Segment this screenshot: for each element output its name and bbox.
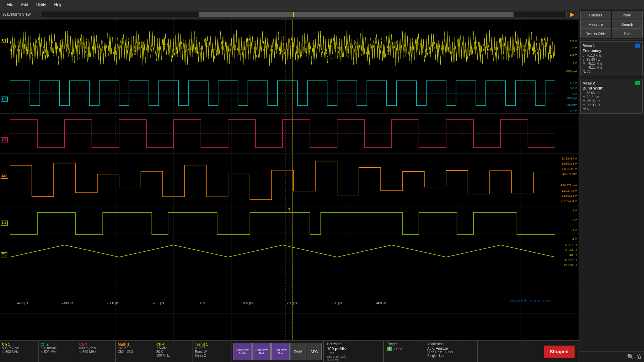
meas1-M: M: 78.25 kHz: [583, 62, 602, 65]
menu-file[interactable]: File: [3, 1, 17, 8]
menu-edit[interactable]: Edit: [17, 1, 32, 8]
c1-scale-1v: 1 V: [572, 61, 577, 65]
ch3-info-title: Ch 3: [79, 342, 113, 346]
ch4-info-title: Ch 4: [156, 342, 191, 346]
bottom-strip: Ch 1 500 mV/div ∿ 500 MHz Ch 2 600 mV/di…: [0, 340, 579, 362]
right-panel: Cursors Note Measure Search Results Tabl…: [579, 9, 644, 362]
main-layout: Waveform View ▶ C1 C2 C3 M1 C4 T1 2.5 V …: [0, 9, 644, 362]
cursors-button[interactable]: Cursors: [580, 11, 611, 19]
c1-scale-2v: 2 V: [572, 46, 577, 50]
add-new-bus-button[interactable]: Add New Bus: [271, 343, 290, 360]
add-new-ref-button[interactable]: Add New Ref: [252, 343, 271, 360]
meas1-sigma: σ: 19.43 Hz: [583, 58, 600, 61]
math1-info-title: Math 1: [118, 342, 152, 346]
ch4-bw: 500 MHz: [156, 354, 191, 357]
meas2-M: M: 65.33 μs: [583, 99, 600, 103]
watermark: www.tehencom.com: [510, 298, 552, 303]
trend1-info[interactable]: Trend 1 6.6667 ... Burst Wi... Meas 2: [193, 341, 231, 362]
trash-icon[interactable]: 🗑: [637, 354, 642, 360]
math1-label[interactable]: M1: [1, 174, 8, 179]
waveform-title: Waveform View: [3, 12, 31, 17]
c1-scale-1.5v: 1.5 V: [570, 53, 577, 56]
meas2-type: Burst Width: [583, 86, 640, 90]
math-scale-neg2.83: -2.839113 V: [560, 194, 577, 197]
add-new-math-button[interactable]: Add New Math: [233, 343, 252, 360]
trend1-label[interactable]: T1: [1, 252, 7, 257]
acquisition-section: Acquisition Auto, Analyze High Res: 16 b…: [424, 341, 478, 362]
trigger-label: Trigger: [387, 342, 420, 346]
meas2-title: Meas 2: [583, 81, 595, 85]
pts-per: 800 ps/pt: [327, 358, 380, 362]
math-scale-3.78: 3.785484 V: [561, 157, 577, 160]
math1-sub: Ch2 - Ch3: [118, 350, 152, 354]
trend-scale-40: 40 μs: [570, 253, 577, 257]
math-scale-1.89: 1.892742 V: [561, 167, 577, 171]
meas2-mu: μ: 38.66 μs: [583, 91, 599, 95]
stopped-container: Stopped: [540, 341, 579, 362]
math1-info[interactable]: Math 1 946.3711... Ch2 - Ch3: [116, 341, 154, 362]
waveform-canvas[interactable]: C1 C2 C3 M1 C4 T1 2.5 V 2 V 1.5 V 1 V -5…: [0, 19, 579, 340]
horizontal-section: Horizontal 100 μs/div 1 ms SR: 1.25 GS/s…: [323, 341, 384, 362]
time-label-100: 100 μs: [243, 301, 253, 305]
dots-icon[interactable]: ⋯: [619, 354, 625, 360]
time-per-div[interactable]: 100 μs/div: [327, 347, 380, 351]
math1-formula: 946.3711...: [118, 346, 152, 350]
time-label-200: 200 μs: [287, 301, 297, 305]
ch3-bw-icon: ∿: [79, 350, 82, 354]
scrollbar[interactable]: [41, 12, 567, 17]
c4-scale-4v: 4 V: [572, 209, 577, 212]
time-delay: 1 ms: [327, 351, 380, 355]
afg-button[interactable]: AFG: [307, 343, 322, 360]
ch2-label[interactable]: C2: [1, 97, 8, 102]
trigger-channel-indicator: 4: [387, 347, 392, 351]
time-label-300: 300 μs: [332, 301, 342, 305]
ch1-info-title: Ch 1: [2, 342, 36, 346]
menu-utility[interactable]: Utility: [32, 1, 50, 8]
sample-rate: SR: 1.25 GS/s: [327, 355, 380, 358]
search-button[interactable]: Search: [612, 20, 643, 29]
ch1-volt-div: 500 mV/div: [2, 346, 36, 350]
acq-single: Single: 1 /1: [427, 354, 474, 358]
ch2-info[interactable]: Ch 2 600 mV/div ∿ 500 MHz: [39, 341, 77, 362]
time-label-neg100: -100 μs: [153, 301, 164, 305]
meas2-N: N: 6: [583, 107, 589, 111]
ch1-label[interactable]: C1: [1, 38, 8, 43]
ch3-freq: 500 MHz: [83, 350, 96, 354]
trigger-icon: ▶: [570, 11, 575, 18]
sep-c1-c2: [0, 74, 579, 74]
acq-mode: Auto, Analyze: [427, 347, 474, 350]
ch4-label[interactable]: C4: [1, 221, 8, 226]
results-table-button[interactable]: Results Table: [580, 29, 611, 38]
stopped-button[interactable]: Stopped: [544, 346, 575, 358]
ch2-bw-icon: ∿: [41, 350, 43, 354]
meas1-m-row: m: 78.12 kHz: [583, 66, 640, 69]
ch3-label[interactable]: C3: [1, 137, 8, 142]
math-scale-neg3.78: -3.785484 V: [560, 199, 577, 203]
right-divider: [580, 40, 643, 40]
ch1-info[interactable]: Ch 1 500 mV/div ∿ 500 MHz: [0, 341, 39, 362]
meas1-panel: Meas 1 Frequency μ: 78.13 kHz σ: 19.43 H…: [580, 41, 643, 76]
zoom-icon[interactable]: 🔍: [627, 354, 634, 360]
meas1-mu-row: μ: 78.13 kHz: [583, 54, 640, 57]
plot-button[interactable]: Plot: [612, 29, 643, 38]
dvm-button[interactable]: DVM: [290, 343, 306, 360]
menu-help[interactable]: Help: [50, 1, 66, 8]
meas2-sigma-row: σ: 29.21 μs: [583, 95, 640, 99]
meas2-sigma: σ: 29.21 μs: [583, 95, 599, 99]
trend1-burst: Burst Wi...: [195, 350, 229, 354]
trend-scale-66: 66.667 μs: [564, 243, 577, 247]
meas2-M-row: M: 65.33 μs: [583, 99, 640, 103]
ch2-freq: 500 MHz: [44, 350, 57, 354]
measure-button[interactable]: Measure: [580, 20, 611, 29]
trend1-info-title: Trend 1: [195, 342, 229, 346]
ch4-info[interactable]: Ch 4 1 V/div 50 Ω 500 MHz: [154, 341, 193, 362]
sep-c4-trend: [0, 240, 579, 240]
note-button[interactable]: Note: [612, 11, 643, 19]
waveform-area: Waveform View ▶ C1 C2 C3 M1 C4 T1 2.5 V …: [0, 9, 579, 362]
meas2-color-indicator: [635, 81, 640, 85]
c1-scale-top: 2.5 V: [570, 40, 577, 43]
ch2-info-title: Ch 2: [41, 342, 75, 346]
meas1-sigma-row: σ: 19.43 Hz: [583, 58, 640, 61]
scrollbar-thumb[interactable]: [199, 12, 514, 17]
ch3-info[interactable]: Ch 3 600 mV/div ∿ 500 MHz: [77, 341, 116, 362]
